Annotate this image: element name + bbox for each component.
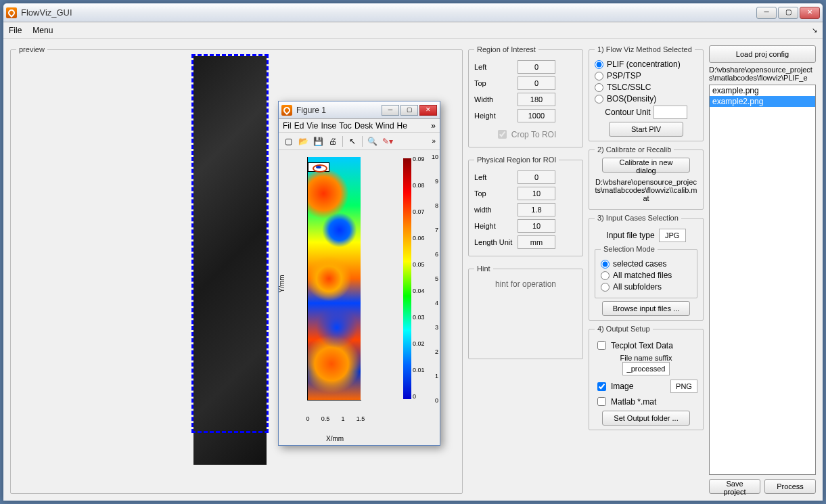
fig-menu-view[interactable]: Vie: [306, 121, 318, 131]
method-bos-radio[interactable]: [595, 95, 603, 104]
figure-close-button[interactable]: ✕: [419, 105, 437, 116]
fig-menu-tools[interactable]: Toc: [339, 121, 352, 131]
roi-left-input[interactable]: [518, 60, 555, 74]
cb-tick: 0.04: [413, 288, 425, 294]
new-figure-icon[interactable]: ▢: [283, 136, 294, 147]
filetype-input[interactable]: [659, 229, 686, 242]
pointer-icon[interactable]: ↖: [347, 136, 358, 147]
menubar-overflow-icon[interactable]: ↘: [812, 26, 817, 34]
axes-frame: [307, 157, 361, 400]
print-icon[interactable]: 🖨: [327, 136, 338, 147]
roi-height-input[interactable]: [518, 109, 555, 122]
middle-column: Region of Interest Left Top Width Height…: [468, 45, 583, 494]
cb-tick: 0.01: [413, 367, 425, 373]
mode-matched-radio[interactable]: [601, 271, 610, 280]
y-tick: 1: [425, 373, 438, 380]
fig-menu-help[interactable]: He: [397, 121, 407, 131]
browse-input-button[interactable]: Browse input files ...: [602, 301, 690, 316]
open-icon[interactable]: 📂: [298, 136, 308, 147]
phys-top-input[interactable]: [518, 187, 555, 200]
method-psp-radio[interactable]: [595, 72, 603, 81]
image-format-input[interactable]: [670, 380, 697, 393]
physical-roi-panel: Physical Region for ROI Left Top width H…: [468, 156, 583, 256]
mode-subfolders-label: All subfolders: [613, 282, 662, 292]
figure-maximize-button[interactable]: ▢: [400, 105, 418, 116]
mode-subfolders-radio[interactable]: [601, 283, 610, 292]
maximize-button[interactable]: ▢: [778, 7, 798, 19]
cb-tick: 0.08: [413, 182, 425, 189]
method-plif-radio[interactable]: [595, 60, 603, 69]
main-window: FlowViz_GUI ─ ▢ ✕ File Menu ↘ preview Fi…: [3, 3, 823, 501]
roi-width-input[interactable]: [518, 93, 555, 106]
image-checkbox[interactable]: [597, 382, 606, 391]
image-label: Image: [611, 382, 633, 391]
fig-menu-insert[interactable]: Inse: [321, 121, 337, 131]
phys-width-input[interactable]: [518, 203, 555, 216]
fig-menu-window[interactable]: Wind: [375, 121, 394, 131]
tecplot-label: Tecplot Text Data: [611, 341, 673, 350]
menu-file[interactable]: File: [9, 26, 22, 35]
hint-text: hint for operation: [474, 279, 577, 289]
y-tick: 6: [425, 251, 438, 258]
process-button[interactable]: Process: [764, 479, 816, 494]
roi-top-input[interactable]: [518, 76, 555, 90]
crop-to-roi-checkbox[interactable]: [498, 130, 507, 139]
x-tick: 0.5: [321, 415, 330, 422]
figure-titlebar[interactable]: Figure 1 ─ ▢ ✕: [279, 101, 440, 119]
matlab-label: Matlab *.mat: [611, 397, 656, 407]
phys-left-input[interactable]: [518, 170, 555, 184]
zoom-in-icon[interactable]: 🔍: [367, 136, 377, 147]
cb-tick: 0.09: [413, 156, 425, 162]
client-area: preview Figure 1 ─ ▢ ✕ Fil Ed Vie: [3, 39, 823, 501]
save-project-button[interactable]: Save project: [709, 479, 760, 494]
phys-legend: Physical Region for ROI: [474, 156, 559, 164]
fig-menu-edit[interactable]: Ed: [294, 121, 304, 131]
suffix-input[interactable]: [622, 362, 670, 375]
y-tick: 7: [425, 227, 438, 233]
method-tslc-radio[interactable]: [595, 83, 603, 92]
figure-axes[interactable]: 10 9 8 7 6 5 4 3 2 1 0 0 0.5 1 1.5 Y/mm: [279, 150, 440, 445]
mode-selected-radio[interactable]: [601, 260, 610, 269]
load-proj-config-button[interactable]: Load proj config: [709, 45, 816, 63]
fig-menu-file[interactable]: Fil: [283, 121, 292, 131]
file-listbox[interactable]: example.png example2.png: [709, 85, 816, 475]
roi-legend: Region of Interest: [474, 45, 538, 53]
titlebar[interactable]: FlowViz_GUI ─ ▢ ✕: [3, 3, 823, 22]
fig-menu-overflow-icon[interactable]: »: [431, 121, 436, 131]
fig-menu-desktop[interactable]: Desk: [354, 121, 373, 131]
figure-title-text: Figure 1: [296, 106, 382, 115]
phys-height-input[interactable]: [518, 219, 555, 233]
toolbar-overflow-icon[interactable]: »: [432, 137, 436, 145]
right-column: Load proj config D:\vbshare\opensource_p…: [709, 45, 816, 494]
method-legend: 1) Flow Viz Method Selected: [595, 45, 695, 53]
x-tick: 0: [306, 415, 309, 422]
roi-width-label: Width: [474, 95, 513, 104]
method-panel: 1) Flow Viz Method Selected PLIF (concen…: [589, 45, 704, 141]
save-icon[interactable]: 💾: [313, 136, 323, 147]
method-tslc-label: TSLC/SSLC: [607, 83, 651, 92]
brush-icon[interactable]: ✎▾: [382, 136, 392, 147]
contour-unit-input[interactable]: [653, 106, 687, 119]
start-piv-button[interactable]: Start PIV: [609, 122, 683, 137]
tecplot-checkbox[interactable]: [597, 341, 606, 350]
matlab-checkbox[interactable]: [597, 397, 606, 406]
output-legend: 4) Output Setup: [595, 325, 653, 333]
phys-unit-input[interactable]: [518, 235, 555, 249]
figure-minimize-button[interactable]: ─: [382, 105, 399, 116]
toolbar-separator: [362, 136, 363, 147]
window-title: FlowViz_GUI: [21, 7, 755, 18]
x-tick: 1.5: [357, 415, 365, 422]
roi-height-label: Height: [474, 112, 513, 120]
y-tick: 10: [425, 154, 438, 160]
list-item[interactable]: example2.png: [710, 96, 815, 107]
minimize-button[interactable]: ─: [756, 7, 777, 19]
calibrate-button[interactable]: Calibrate in new dialog: [602, 158, 690, 173]
close-button[interactable]: ✕: [800, 7, 820, 19]
figure-window[interactable]: Figure 1 ─ ▢ ✕ Fil Ed Vie Inse Toc Desk …: [278, 101, 440, 446]
set-output-folder-button[interactable]: Set Output folder ...: [602, 411, 690, 426]
mode-matched-label: All matched files: [613, 271, 672, 280]
filetype-label: Input file type: [606, 231, 654, 240]
roi-selection-box[interactable]: [191, 54, 269, 433]
menu-menu[interactable]: Menu: [32, 26, 53, 35]
list-item[interactable]: example.png: [710, 85, 815, 96]
